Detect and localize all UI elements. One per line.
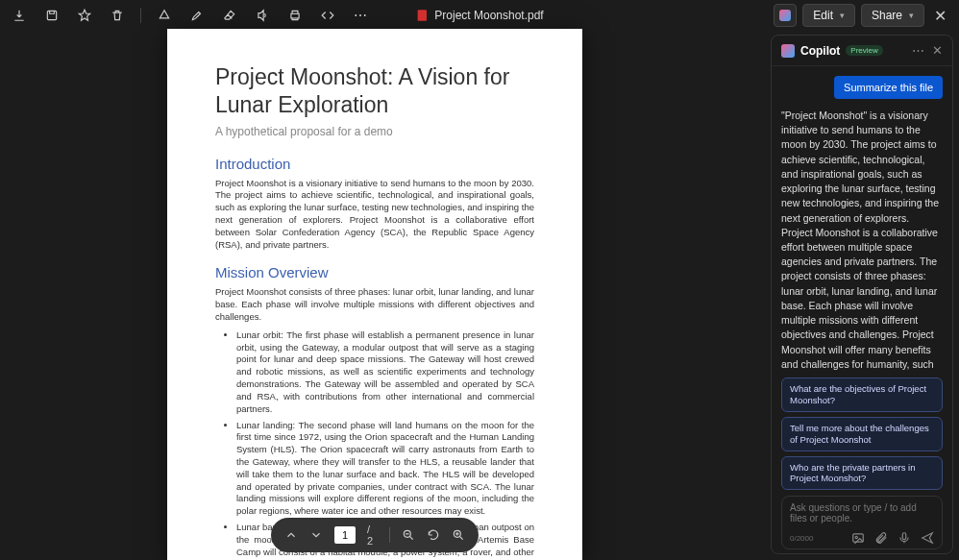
page-number-input[interactable]	[334, 526, 356, 544]
toolbar-right-group: Edit Share ✕	[774, 4, 949, 27]
svg-point-6	[855, 536, 857, 538]
copilot-logo-icon	[781, 44, 795, 58]
copilot-close-icon[interactable]: ✕	[932, 43, 943, 58]
close-viewer-icon[interactable]: ✕	[930, 6, 949, 25]
page-up-icon[interactable]	[284, 528, 298, 542]
document-viewport: Project Moonshot: A Vision for Lunar Exp…	[167, 29, 582, 560]
image-icon[interactable]	[851, 531, 865, 545]
save-icon[interactable]	[42, 6, 61, 25]
file-title-group: Project Moonshot.pdf	[415, 9, 543, 22]
composer-input[interactable]: Ask questions or type / to add files or …	[790, 502, 934, 527]
copilot-header: Copilot Preview ⋯ ✕	[772, 36, 952, 66]
svg-rect-0	[47, 11, 56, 19]
zoom-out-icon[interactable]	[402, 528, 415, 542]
suggestion-chip[interactable]: Tell me more about the challenges of Pro…	[781, 417, 943, 451]
delete-icon[interactable]	[108, 6, 127, 25]
copilot-panel: Copilot Preview ⋯ ✕ Summarize this file …	[771, 35, 953, 554]
list-item: Lunar orbit: The first phase will establ…	[236, 329, 534, 416]
svg-rect-1	[291, 13, 299, 18]
toolbar-left-group: ⋯	[10, 6, 370, 25]
suggestion-chip[interactable]: Who are the private partners in Project …	[781, 456, 943, 491]
download-icon[interactable]	[10, 6, 29, 25]
copilot-launcher-icon[interactable]	[774, 4, 797, 27]
page-down-icon[interactable]	[309, 528, 323, 542]
page-controls: / 2	[271, 518, 479, 552]
share-button[interactable]: Share	[861, 4, 924, 27]
composer: Ask questions or type / to add files or …	[781, 496, 943, 549]
page-total: / 2	[367, 523, 378, 547]
edit-button[interactable]: Edit	[802, 4, 855, 27]
section-heading-intro: Introduction	[215, 156, 534, 172]
separator	[140, 8, 141, 23]
doc-h1: Project Moonshot: A Vision for Lunar Exp…	[215, 63, 534, 119]
mic-icon[interactable]	[898, 531, 911, 545]
list-item: Lunar landing: The second phase will lan…	[236, 420, 534, 519]
char-counter: 0/2000	[790, 534, 813, 543]
send-icon[interactable]	[921, 531, 934, 545]
svg-rect-7	[902, 533, 906, 540]
attach-icon[interactable]	[874, 531, 888, 545]
section-heading-overview: Mission Overview	[215, 264, 534, 280]
copilot-summary-text: "Project Moonshot" is a visionary initia…	[781, 109, 943, 370]
copilot-body: Summarize this file "Project Moonshot" i…	[772, 66, 952, 553]
summarize-button[interactable]: Summarize this file	[834, 76, 943, 99]
document-page: Project Moonshot: A Vision for Lunar Exp…	[167, 29, 582, 560]
read-aloud-icon[interactable]	[253, 6, 272, 25]
draw-icon[interactable]	[187, 6, 207, 25]
zoom-in-icon[interactable]	[452, 528, 465, 542]
copilot-name: Copilot	[800, 44, 840, 58]
separator	[389, 527, 390, 543]
code-icon[interactable]	[318, 6, 337, 25]
copilot-more-icon[interactable]: ⋯	[912, 43, 924, 58]
viewer-toolbar: ⋯ Project Moonshot.pdf Edit Share ✕	[0, 0, 959, 31]
erase-icon[interactable]	[220, 6, 239, 25]
highlight-icon[interactable]	[155, 6, 174, 25]
suggestion-chip[interactable]: What are the objectives of Project Moons…	[781, 377, 943, 412]
preview-badge: Preview	[846, 45, 882, 56]
rotate-icon[interactable]	[427, 528, 440, 542]
overview-paragraph: Project Moonshot consists of three phase…	[215, 286, 534, 323]
suggestion-chips: What are the objectives of Project Moons…	[781, 377, 943, 490]
doc-subtitle: A hypothetical proposal for a demo	[215, 125, 534, 138]
print-icon[interactable]	[285, 6, 305, 25]
more-icon[interactable]: ⋯	[351, 6, 370, 25]
svg-rect-2	[418, 10, 427, 21]
pdf-file-icon	[415, 9, 429, 22]
file-title: Project Moonshot.pdf	[434, 9, 543, 22]
intro-paragraph: Project Moonshot is a visionary initiati…	[215, 178, 534, 252]
star-icon[interactable]	[75, 6, 94, 25]
